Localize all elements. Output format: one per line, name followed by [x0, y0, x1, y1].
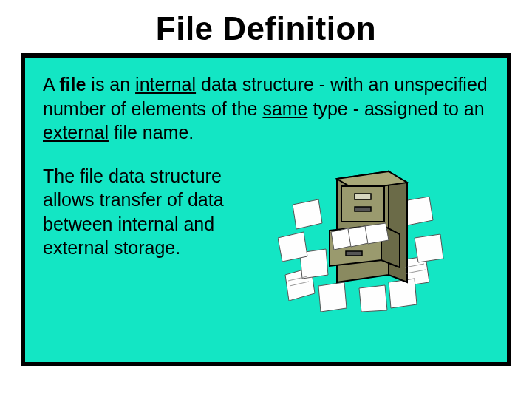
svg-rect-21	[346, 251, 362, 256]
svg-marker-6	[318, 282, 347, 312]
svg-marker-4	[415, 234, 443, 262]
slide-title: File Definition	[0, 0, 532, 53]
secondary-text: The file data structure allows transfer …	[43, 164, 265, 260]
svg-rect-14	[355, 194, 371, 200]
svg-rect-15	[355, 207, 371, 211]
svg-marker-2	[278, 232, 307, 262]
def-pre: A	[43, 74, 59, 95]
def-tail: file name.	[109, 122, 194, 143]
def-mid3: type - assigned to an	[308, 98, 485, 119]
svg-marker-5	[389, 279, 417, 308]
def-same-word: same	[262, 98, 307, 119]
svg-rect-13	[341, 186, 384, 222]
content-panel: A file is an internal data structure - w…	[21, 53, 511, 366]
slide: File Definition A file is an internal da…	[0, 0, 532, 399]
svg-marker-7	[359, 285, 387, 312]
def-mid1: is an	[86, 74, 135, 95]
svg-marker-20	[365, 223, 389, 244]
file-cabinet-illustration-icon	[278, 164, 448, 312]
def-internal-word: internal	[135, 74, 196, 95]
def-file-word: file	[59, 74, 86, 95]
definition-text: A file is an internal data structure - w…	[43, 72, 489, 145]
def-external-word: external	[43, 122, 109, 143]
svg-marker-8	[293, 200, 322, 229]
secondary-row: The file data structure allows transfer …	[43, 164, 489, 312]
